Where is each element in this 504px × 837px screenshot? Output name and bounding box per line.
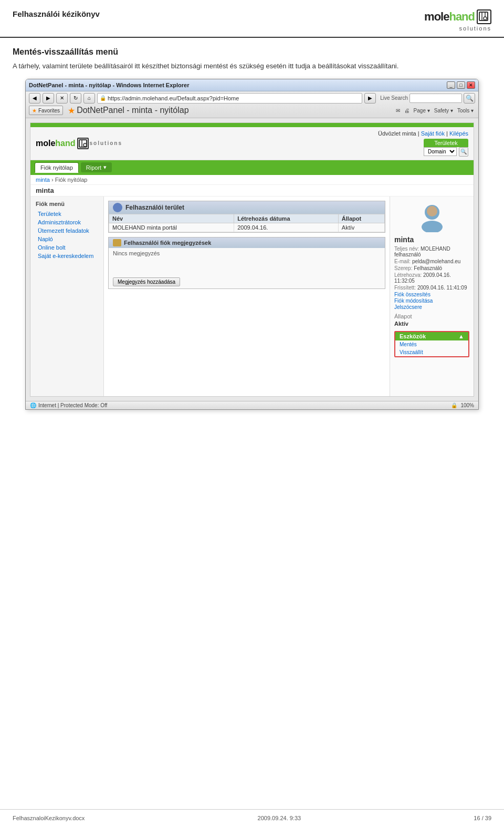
search-button[interactable]: 🔍	[464, 93, 475, 104]
search-input[interactable]	[410, 94, 462, 103]
notes-footer: Megjegyzés hozzáadása	[109, 274, 385, 288]
profile-role-label: Szerep: Felhasználó	[394, 265, 469, 271]
sidebar-item-shop[interactable]: Online bolt	[30, 243, 103, 252]
footer-filename: FelhasznaloiKezikonyv.docx	[13, 815, 85, 821]
profile-summary-link[interactable]: Fiók összesítés	[394, 292, 469, 297]
close-button[interactable]: ✕	[467, 81, 475, 89]
table-row: MOLEHAND minta portál 2009.04.16. Aktív	[109, 223, 385, 232]
profile-password-link[interactable]: Jelszócsere	[394, 304, 469, 310]
doc-title: Felhasználói kézikönyv	[13, 9, 100, 18]
lock-icon: 🔒	[100, 95, 106, 101]
safety-menu-button[interactable]: Safety ▾	[433, 107, 455, 114]
chevron-down-icon: ▾	[103, 164, 107, 171]
user-table: Név Létrehozás dátuma Állapot MOLEHAND m…	[109, 214, 385, 232]
tools-header: Eszközök ▲	[395, 332, 468, 340]
domain-select[interactable]: Domain	[424, 147, 457, 156]
nav-dropdown-report[interactable]: Riport ▾	[81, 162, 112, 172]
statusbar-mode: Internet | Protected Mode: Off	[38, 402, 107, 408]
notes-body: Nincs megjegyzés	[109, 248, 385, 274]
live-search-label: Live Search	[380, 95, 408, 101]
email-icon[interactable]: ✉	[394, 107, 402, 114]
col-name: Név	[109, 214, 234, 223]
minimize-button[interactable]: _	[447, 81, 455, 89]
maximize-button[interactable]: □	[457, 81, 465, 89]
breadcrumb: minta › Fiók nyitólap	[30, 175, 474, 185]
doc-footer: FelhasznaloiKezikonyv.docx 2009.09.24. 9…	[0, 809, 504, 826]
logo-text: molehand	[424, 10, 475, 24]
profile-avatar	[416, 201, 448, 232]
forward-button[interactable]: ▶	[43, 93, 54, 104]
profile-modify-link[interactable]: Fiók módosítása	[394, 298, 469, 304]
cell-name: MOLEHAND minta portál	[109, 223, 234, 232]
kilepes-link[interactable]: Kilépés	[449, 130, 468, 137]
fav-item-icon: ★	[68, 106, 75, 116]
browser-titlebar: DotNetPanel - minta - nyitólap - Windows…	[26, 79, 478, 91]
profile-role: Felhasználó	[414, 265, 442, 271]
browser-statusbar: 🌐 Internet | Protected Mode: Off 🔒 100%	[26, 401, 478, 409]
panel-logo: molehand solutions	[36, 138, 122, 149]
visszaállit-link[interactable]: Visszaállít	[395, 348, 468, 356]
page-menu-button[interactable]: Page ▾	[412, 107, 432, 114]
nav-tab-account[interactable]: Fiók nyitólap	[35, 162, 79, 173]
fav-item-panel[interactable]: ★ DotNetPanel - minta - nyitólap	[66, 105, 190, 116]
logo-area: molehand solutions	[424, 9, 491, 32]
panel-main: Felhasználói terület Név Létrehozás dátu…	[104, 197, 390, 396]
profile-email: pelda@molehand.eu	[412, 259, 460, 264]
footer-page: 16 / 39	[474, 815, 491, 821]
browser-window: DotNetPanel - minta - nyitólap - Windows…	[25, 79, 479, 410]
print-icon[interactable]: 🖨	[403, 107, 411, 114]
tools-menu-button[interactable]: Tools ▾	[456, 107, 475, 114]
statusbar-right: 🔒 100%	[451, 402, 474, 408]
doc-body: Mentés-visszaállítás menü A tárhely, val…	[0, 47, 504, 415]
back-button[interactable]: ◀	[29, 93, 40, 104]
panel-solutions: solutions	[90, 140, 122, 146]
star-icon: ★	[32, 108, 37, 113]
domain-search-button[interactable]: 🔍	[459, 147, 468, 157]
panel-nav: Fiók nyitólap Riport ▾	[30, 160, 474, 175]
go-button[interactable]: ▶	[364, 93, 376, 104]
breadcrumb-current: Fiók nyitólap	[55, 177, 88, 183]
logo-solutions: solutions	[459, 25, 491, 32]
profile-updated-label: Frissített: 2009.04.16. 11:41:09	[394, 285, 469, 291]
sidebar-item-log[interactable]: Napló	[30, 235, 103, 243]
tools-title: Eszközök	[400, 333, 426, 339]
mentés-link[interactable]: Mentés	[395, 340, 468, 348]
col-status: Állapot	[338, 214, 384, 223]
stop-button[interactable]: ✕	[56, 93, 68, 104]
inner-panel: molehand solutions Üdvözlet min	[30, 122, 474, 397]
refresh-button[interactable]: ↻	[70, 93, 81, 104]
toolbar-row1: ◀ ▶ ✕ ↻ ⌂ 🔒 https://admin.molehand.eu/De…	[29, 93, 475, 104]
page-content: molehand solutions Üdvözlet min	[26, 118, 478, 401]
profile-updated: 2009.04.16. 11:41:09	[417, 285, 467, 291]
favorites-button[interactable]: ★ Favorites	[29, 106, 63, 115]
sajat-fiok-link[interactable]: Saját fiók	[421, 130, 445, 137]
user-area-icon	[113, 203, 122, 212]
tools-collapse-icon[interactable]: ▲	[458, 333, 464, 339]
user-area-header: Felhasználói terület	[109, 201, 385, 214]
breadcrumb-home[interactable]: minta	[36, 177, 50, 183]
globe-icon: 🌐	[30, 402, 36, 408]
svg-point-9	[422, 221, 443, 232]
notes-box: Felhasználói fiók megjegyzések Nincs meg…	[108, 237, 385, 289]
footer-date: 2009.09.24. 9:33	[258, 815, 301, 821]
profile-username: minta	[394, 235, 469, 244]
toolbar-icons: ✉ 🖨 Page ▾ Safety ▾ Tools ▾	[394, 107, 475, 114]
svg-point-10	[427, 206, 437, 216]
titlebar-controls[interactable]: _ □ ✕	[447, 81, 475, 89]
sidebar-item-territories[interactable]: Területek	[30, 210, 103, 218]
sidebar-item-admins[interactable]: Adminisztrátorok	[30, 218, 103, 226]
zoom-level: 100%	[460, 402, 474, 408]
notes-empty-text: Nincs megjegyzés	[113, 250, 160, 256]
address-bar[interactable]: 🔒 https://admin.molehand.eu/Default.aspx…	[97, 93, 362, 104]
panel-profile: minta Teljes név: MOLEHAND felhasználó E…	[390, 197, 474, 396]
logo-icon	[477, 9, 491, 24]
sidebar-item-commerce[interactable]: Saját e-kereskedelem	[30, 252, 103, 260]
notes-title: Felhasználói fiók megjegyzések	[124, 240, 211, 246]
cell-status: Aktív	[338, 223, 384, 232]
add-note-button[interactable]: Megjegyzés hozzáadása	[113, 277, 180, 286]
panel-sidebar: Fiók menü Területek Adminisztrátorok Üte…	[30, 197, 104, 396]
sidebar-item-scheduled[interactable]: Ütemezett feladatok	[30, 226, 103, 235]
panel-header: molehand solutions Üdvözlet min	[30, 127, 474, 160]
home-button[interactable]: ⌂	[83, 93, 95, 104]
user-area-box: Felhasználói terület Név Létrehozás dátu…	[108, 201, 385, 233]
